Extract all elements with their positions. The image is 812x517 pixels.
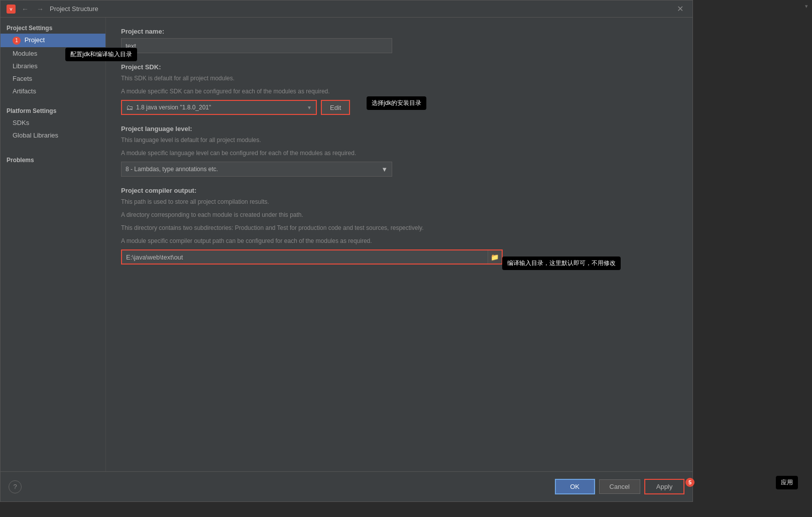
sidebar-item-libraries[interactable]: Libraries xyxy=(1,60,105,72)
nav-forward-button[interactable]: → xyxy=(35,4,46,14)
language-level-desc2: A module specific language level can be … xyxy=(121,149,677,158)
annotation-3-tooltip: 编译输入目录，这里默认即可，不用修改 xyxy=(502,256,621,270)
compiler-output-desc1: This path is used to store all project c… xyxy=(121,197,677,206)
project-sdk-label: Project SDK: xyxy=(121,63,677,71)
help-button[interactable]: ? xyxy=(9,480,22,493)
sidebar: Project Settings 1 Project Modules Libra… xyxy=(1,18,106,471)
apply-button[interactable]: Apply xyxy=(644,479,684,494)
sidebar-item-project[interactable]: 1 Project xyxy=(1,34,105,47)
browse-folder-button[interactable]: 📁 xyxy=(488,250,502,264)
sidebar-item-libraries-label: Libraries xyxy=(13,62,38,70)
project-sdk-desc1: This SDK is default for all project modu… xyxy=(121,74,677,83)
sidebar-item-artifacts[interactable]: Artifacts xyxy=(1,85,105,97)
annotation-4: 4 应用 xyxy=(776,478,787,487)
chevron-down-icon: ▼ xyxy=(307,105,312,110)
folder-browse-icon: 📁 xyxy=(491,253,499,261)
bottom-bar: ? OK Cancel Apply xyxy=(1,471,692,501)
compiler-output-label: Project compiler output: xyxy=(121,187,677,194)
compiler-output-desc4: A module specific compiler output path c… xyxy=(121,236,677,245)
problems-header[interactable]: Problems xyxy=(1,154,105,166)
project-settings-header[interactable]: Project Settings xyxy=(1,22,105,34)
sidebar-item-sdks-label: SDKs xyxy=(13,119,29,126)
app-icon: V xyxy=(7,5,16,14)
compiler-output-desc3: This directory contains two subdirectori… xyxy=(121,223,677,232)
language-level-desc1: This language level is default for all p… xyxy=(121,136,677,145)
sidebar-item-project-label: Project xyxy=(25,36,45,44)
ok-button[interactable]: OK xyxy=(555,479,595,494)
nav-back-button[interactable]: ← xyxy=(20,4,31,14)
folder-icon: 🗂 xyxy=(126,103,133,111)
language-level-value: 8 - Lambdas, type annotations etc. xyxy=(126,166,381,173)
compiler-output-desc2: A directory corresponding to each module… xyxy=(121,210,677,219)
annotation-2: 2 选择jdk的安装目录 xyxy=(367,98,378,107)
sidebar-item-sdks[interactable]: SDKs xyxy=(1,116,105,129)
right-strip: ▾ xyxy=(693,0,812,517)
title-bar: V ← → Project Structure ✕ xyxy=(1,1,692,18)
project-name-input[interactable] xyxy=(121,38,392,53)
compiler-output-input[interactable] xyxy=(122,253,488,261)
language-chevron-icon: ▼ xyxy=(381,166,388,173)
annotation-3: 3 编译输入目录，这里默认即可，不用修改 xyxy=(502,258,513,268)
sidebar-item-modules-label: Modules xyxy=(13,50,37,57)
annotation-5-badge: 5 xyxy=(685,478,694,487)
sidebar-item-artifacts-label: Artifacts xyxy=(13,87,36,95)
annotation-2-tooltip: 选择jdk的安装目录 xyxy=(367,96,426,110)
project-name-label: Project name: xyxy=(121,28,677,35)
annotation-5: 5 xyxy=(685,478,697,487)
sidebar-item-global-libraries-label: Global Libraries xyxy=(13,132,58,139)
annotation-4-tooltip: 应用 xyxy=(776,476,798,489)
platform-settings-header[interactable]: Platform Settings xyxy=(1,104,105,116)
project-badge: 1 xyxy=(13,37,21,45)
language-level-label: Project language level: xyxy=(121,125,677,133)
annotation-1-tooltip: 配置jdk和编译输入目录 xyxy=(65,48,137,61)
main-panel: Project name: Project SDK: This SDK is d… xyxy=(106,18,692,471)
svg-text:V: V xyxy=(10,7,13,12)
action-buttons: OK Cancel Apply xyxy=(555,479,684,494)
sdk-dropdown[interactable]: 🗂 1.8 java version "1.8.0_201" ▼ xyxy=(121,100,317,115)
sidebar-item-facets[interactable]: Facets xyxy=(1,72,105,85)
window-title: Project Structure xyxy=(50,5,98,13)
language-level-dropdown[interactable]: 8 - Lambdas, type annotations etc. ▼ xyxy=(121,162,392,177)
edit-sdk-button[interactable]: Edit xyxy=(321,100,350,115)
project-sdk-desc2: A module specific SDK can be configured … xyxy=(121,87,677,96)
sidebar-item-facets-label: Facets xyxy=(13,75,32,82)
cancel-button[interactable]: Cancel xyxy=(599,479,640,494)
sidebar-item-global-libraries[interactable]: Global Libraries xyxy=(1,129,105,142)
close-button[interactable]: ✕ xyxy=(674,3,686,15)
sdk-value: 1.8 java version "1.8.0_201" xyxy=(136,104,307,111)
